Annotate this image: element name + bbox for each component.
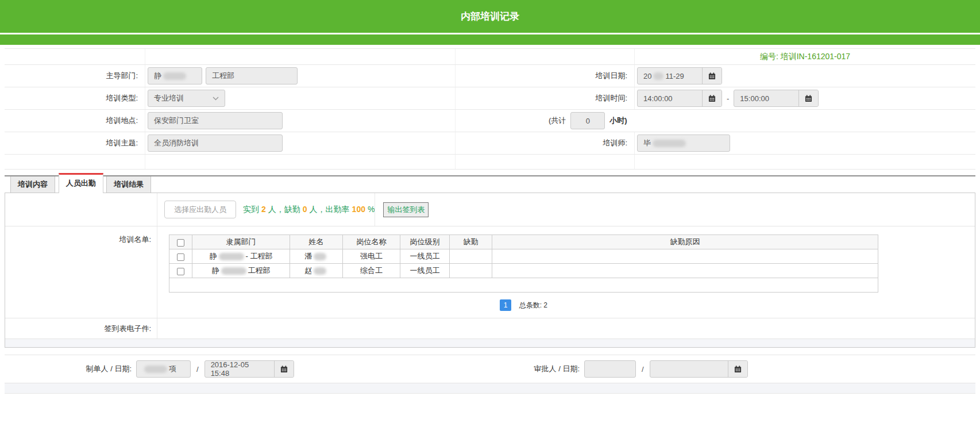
redacted-text bbox=[163, 72, 186, 80]
cell-position: 强电工 bbox=[343, 249, 400, 264]
redacted-text bbox=[219, 253, 244, 260]
doc-number: 编号: 培训IN-161201-017 bbox=[635, 49, 975, 64]
roster-table: 隶属部门 姓名 岗位名称 岗位级别 缺勤 缺勤原因 静- 工程部 潘 强电工 一… bbox=[169, 234, 878, 293]
select-attendees-button[interactable]: 选择应出勤人员 bbox=[164, 201, 236, 218]
calendar-icon bbox=[805, 95, 812, 102]
redacted-text bbox=[653, 140, 686, 147]
table-row: 静工程部 赵 综合工 一线员工 bbox=[169, 264, 878, 278]
approve-datetime-input[interactable] bbox=[650, 361, 728, 377]
cell-name: 潘 bbox=[290, 249, 343, 264]
lead-dept-row: 主导部门: 静 工程部 培训日期: 2011-29 bbox=[5, 65, 975, 87]
training-date-group: 2011-29 bbox=[637, 67, 722, 84]
total-hours-input[interactable]: 0 bbox=[570, 112, 605, 129]
cell-name: 赵 bbox=[290, 264, 343, 278]
trainer-label: 培训师: bbox=[456, 132, 635, 154]
creator-input[interactable]: 项 bbox=[136, 360, 191, 378]
col-header-level: 岗位级别 bbox=[400, 235, 450, 249]
calendar-button[interactable] bbox=[702, 90, 722, 106]
doc-number-row: 编号: 培训IN-161201-017 bbox=[5, 49, 975, 65]
tab-attendance[interactable]: 人员出勤 bbox=[59, 173, 103, 193]
training-date-input[interactable]: 2011-29 bbox=[638, 68, 702, 84]
roster-row: 培训名单: 隶属部门 姓名 岗位名称 岗位级别 缺勤 缺勤原因 bbox=[5, 226, 975, 318]
roster-header-row: 隶属部门 姓名 岗位名称 岗位级别 缺勤 缺勤原因 bbox=[169, 235, 878, 249]
tab-strip: 培训内容 人员出勤 培训结果 bbox=[5, 173, 975, 193]
row-checkbox[interactable] bbox=[177, 253, 184, 261]
cell-absent bbox=[450, 249, 492, 264]
approval-footer: 制单人 / 日期: 项 / 2016-12-05 15:48 审批人 / 日期:… bbox=[5, 355, 975, 383]
time-start-group: 14:00:00 bbox=[637, 90, 722, 107]
redacted-text bbox=[314, 267, 326, 275]
approve-datetime-group bbox=[650, 360, 748, 378]
creator-slash: / bbox=[196, 365, 199, 374]
trainer-input[interactable]: 毕 bbox=[637, 134, 730, 152]
cell-level: 一线员工 bbox=[400, 249, 450, 264]
calendar-button[interactable] bbox=[798, 90, 818, 106]
training-type-label: 培训类型: bbox=[5, 87, 145, 109]
creator-label: 制单人 / 日期: bbox=[5, 364, 136, 374]
pagination: 1 总条数: 2 bbox=[169, 299, 878, 311]
tab-training-content[interactable]: 培训内容 bbox=[10, 176, 55, 193]
training-type-select[interactable]: 专业培训 bbox=[148, 90, 225, 107]
approver-slash: / bbox=[642, 365, 644, 374]
chevron-down-icon bbox=[213, 97, 219, 101]
approver-label: 审批人 / 日期: bbox=[451, 364, 584, 374]
attendance-stats: 实到2人，缺勤0人，出勤率100% bbox=[243, 205, 375, 215]
training-info-form: 编号: 培训IN-161201-017 主导部门: 静 工程部 培训日期: 20… bbox=[5, 48, 975, 170]
tab-training-result[interactable]: 培训结果 bbox=[106, 176, 151, 193]
date-label: 培训日期: bbox=[456, 65, 635, 87]
approver-input[interactable] bbox=[584, 360, 636, 378]
create-datetime-input[interactable]: 2016-12-05 15:48 bbox=[205, 361, 274, 377]
col-header-absent-reason: 缺勤原因 bbox=[492, 235, 878, 249]
redacted-text bbox=[314, 253, 326, 260]
page-1-button[interactable]: 1 bbox=[500, 299, 511, 311]
select-all-checkbox[interactable] bbox=[177, 239, 184, 247]
calendar-icon bbox=[708, 72, 716, 80]
total-count: 总条数: 2 bbox=[519, 301, 547, 309]
calendar-icon bbox=[734, 366, 742, 373]
lead-dept-input-1[interactable]: 静 bbox=[148, 67, 202, 84]
cell-position: 综合工 bbox=[343, 264, 400, 278]
col-header-absent: 缺勤 bbox=[450, 235, 492, 249]
location-row: 培训地点: 保安部门卫室 (共计 0 小时) bbox=[5, 110, 975, 132]
col-header-position: 岗位名称 bbox=[343, 235, 400, 249]
lead-dept-input-2[interactable]: 工程部 bbox=[206, 67, 298, 84]
roster-label: 培训名单: bbox=[5, 226, 157, 318]
create-datetime-group: 2016-12-05 15:48 bbox=[205, 360, 294, 378]
total-hours-prefix: (共计 bbox=[549, 116, 566, 126]
attendance-stats-row: 选择应出勤人员 实到2人，缺勤0人，出勤率100% 输出签到表 bbox=[5, 193, 975, 226]
col-header-dept: 隶属部门 bbox=[192, 235, 290, 249]
page-title: 内部培训记录 bbox=[461, 10, 519, 23]
col-header-name: 姓名 bbox=[290, 235, 343, 249]
cell-absent-reason bbox=[492, 264, 878, 278]
topic-row: 培训主题: 全员消防培训 培训师: 毕 bbox=[5, 132, 975, 155]
redacted-text bbox=[653, 72, 663, 80]
total-hours-cell: (共计 0 小时) bbox=[456, 110, 975, 132]
cell-absent bbox=[450, 264, 492, 278]
time-end-input[interactable]: 15:00:00 bbox=[734, 90, 798, 106]
time-range-dash: - bbox=[727, 94, 729, 103]
attendance-panel: 选择应出勤人员 实到2人，缺勤0人，出勤率100% 输出签到表 培训名单: bbox=[5, 193, 975, 348]
topic-input[interactable]: 全员消防培训 bbox=[148, 134, 283, 152]
redacted-text bbox=[221, 267, 246, 275]
calendar-button[interactable] bbox=[274, 361, 294, 377]
tab-section: 培训内容 人员出勤 培训结果 选择应出勤人员 实到2人，缺勤0人，出勤率100%… bbox=[5, 173, 975, 348]
time-start-input[interactable]: 14:00:00 bbox=[638, 90, 702, 106]
signin-sheet-row: 签到表电子件: bbox=[5, 318, 975, 339]
training-type-row: 培训类型: 专业培训 培训时间: 14:00:00 - 15:00: bbox=[5, 87, 975, 110]
cell-dept: 静工程部 bbox=[192, 264, 290, 278]
time-end-group: 15:00:00 bbox=[734, 90, 819, 107]
export-signin-sheet-button[interactable]: 输出签到表 bbox=[383, 202, 429, 217]
location-label: 培训地点: bbox=[5, 110, 145, 132]
table-empty-row bbox=[169, 278, 878, 293]
calendar-button[interactable] bbox=[702, 68, 722, 84]
signin-sheet-label: 签到表电子件: bbox=[5, 318, 157, 339]
calendar-icon bbox=[708, 95, 716, 102]
row-checkbox[interactable] bbox=[177, 268, 184, 275]
table-row: 静- 工程部 潘 强电工 一线员工 bbox=[169, 249, 878, 264]
location-input[interactable]: 保安部门卫室 bbox=[148, 112, 283, 129]
calendar-button[interactable] bbox=[728, 361, 747, 377]
green-strip bbox=[0, 34, 980, 45]
topic-label: 培训主题: bbox=[5, 132, 145, 154]
cell-dept: 静- 工程部 bbox=[192, 249, 290, 264]
cell-level: 一线员工 bbox=[400, 264, 450, 278]
